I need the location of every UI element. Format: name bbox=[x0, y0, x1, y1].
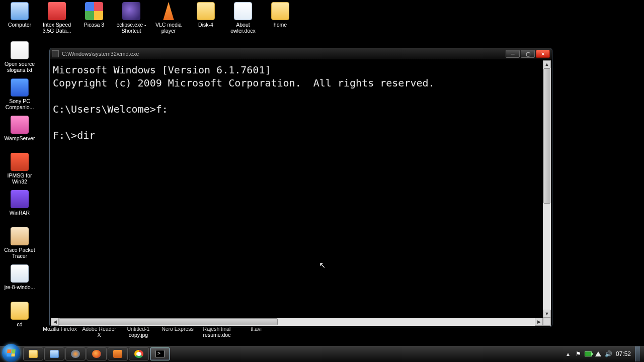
icon-untitled-jpg[interactable]: Untitled-1 copy.jpg bbox=[120, 325, 157, 349]
tray-battery-icon[interactable] bbox=[585, 350, 592, 357]
icon-tlavi[interactable]: tl.avi bbox=[237, 325, 275, 349]
taskbar-sublime[interactable] bbox=[108, 347, 128, 360]
cmd-window[interactable]: C:\Windows\system32\cmd.exe ─ ▢ ✕ Micros… bbox=[49, 48, 552, 327]
icon-sony-pc[interactable]: Sony PC Companio... bbox=[1, 77, 38, 115]
cmd-icon bbox=[155, 350, 165, 358]
icon-eclipse[interactable]: eclipse.exe - Shortcut bbox=[113, 1, 150, 38]
eclipse-icon bbox=[122, 2, 140, 20]
window-switcher-icon bbox=[50, 350, 59, 358]
icon-vlc[interactable]: VLC media player bbox=[150, 1, 187, 38]
sublime-icon bbox=[113, 350, 122, 358]
show-desktop-button[interactable] bbox=[635, 346, 640, 361]
tray-volume-icon[interactable]: 🔊 bbox=[605, 350, 612, 357]
hscroll-thumb[interactable] bbox=[59, 318, 278, 325]
ipmsg-icon bbox=[11, 153, 29, 171]
scroll-thumb[interactable] bbox=[543, 68, 550, 204]
wamp-icon bbox=[11, 116, 29, 134]
start-button[interactable] bbox=[2, 344, 20, 362]
scroll-up-arrow[interactable]: ▲ bbox=[543, 60, 551, 68]
winrar-icon bbox=[11, 190, 29, 208]
desktop-top-row: Computer Intex Speed 3.5G Data... Picasa… bbox=[1, 1, 299, 38]
close-button[interactable]: ✕ bbox=[536, 50, 550, 58]
tray-clock[interactable]: 07:52 bbox=[615, 350, 632, 357]
cmd-vertical-scrollbar[interactable]: ▲ ▼ bbox=[543, 60, 551, 318]
picasa-icon bbox=[85, 2, 103, 20]
taskbar-explorer[interactable] bbox=[23, 347, 43, 360]
icon-computer[interactable]: Computer bbox=[1, 1, 38, 38]
tray-show-hidden-icon[interactable]: ▴ bbox=[565, 350, 572, 357]
icon-packet-tracer[interactable]: Cisco Packet Tracer bbox=[1, 226, 38, 263]
cmd-title: C:\Windows\system32\cmd.exe bbox=[62, 51, 506, 57]
hscroll-track[interactable] bbox=[59, 318, 535, 326]
maximize-button[interactable]: ▢ bbox=[521, 50, 535, 58]
icon-wamp[interactable]: WampServer bbox=[1, 115, 38, 152]
icon-firefox-desktop[interactable]: Mozilla Firefox bbox=[41, 325, 78, 349]
text-file-icon bbox=[11, 41, 29, 59]
scroll-corner bbox=[543, 318, 551, 326]
app-icon bbox=[11, 78, 29, 97]
minimize-button[interactable]: ─ bbox=[506, 50, 520, 58]
java-icon bbox=[11, 264, 29, 283]
modem-icon bbox=[48, 2, 66, 20]
explorer-icon bbox=[29, 350, 38, 358]
packet-tracer-icon bbox=[11, 227, 29, 245]
cmd-body: Microsoft Windows [Version 6.1.7601] Cop… bbox=[51, 60, 551, 326]
vlc-icon bbox=[159, 2, 178, 20]
cmd-sys-icon[interactable] bbox=[52, 50, 59, 57]
taskbar-pinned bbox=[23, 347, 170, 360]
icon-disk4[interactable]: Disk-4 bbox=[187, 1, 224, 38]
icon-winrar[interactable]: WinRAR bbox=[1, 189, 38, 226]
firefox-icon bbox=[92, 350, 101, 358]
icon-ipmsg[interactable]: IPMSG for Win32 bbox=[1, 152, 38, 189]
icon-jre[interactable]: jre-8-windo... bbox=[1, 263, 38, 301]
icon-resume[interactable]: Rajesh final resume.doc bbox=[198, 325, 235, 349]
icon-picasa[interactable]: Picasa 3 bbox=[75, 1, 113, 38]
system-tray: ▴ ⚑ 🔊 07:52 bbox=[565, 346, 642, 361]
scroll-track[interactable] bbox=[543, 68, 551, 310]
icon-home[interactable]: home bbox=[262, 1, 299, 38]
icon-intex[interactable]: Intex Speed 3.5G Data... bbox=[38, 1, 75, 38]
cmd-horizontal-scrollbar[interactable]: ◀ ▶ bbox=[51, 318, 543, 326]
desktop-lower-labels: Mozilla Firefox Adobe Reader X Untitled-… bbox=[41, 325, 275, 349]
cmd-titlebar[interactable]: C:\Windows\system32\cmd.exe ─ ▢ ✕ bbox=[50, 48, 552, 59]
cmd-output[interactable]: Microsoft Windows [Version 6.1.7601] Cop… bbox=[53, 63, 542, 317]
taskbar-chrome[interactable] bbox=[129, 347, 149, 360]
chrome-icon bbox=[134, 350, 143, 358]
icon-about-owler[interactable]: About owler.docx bbox=[224, 1, 262, 38]
windows-logo-icon bbox=[7, 349, 15, 356]
tray-action-center-icon[interactable]: ⚑ bbox=[575, 350, 582, 357]
window-buttons: ─ ▢ ✕ bbox=[506, 50, 550, 58]
taskbar-actions[interactable] bbox=[44, 347, 64, 360]
taskbar-wmp[interactable] bbox=[65, 347, 86, 360]
taskbar: ▴ ⚑ 🔊 07:52 bbox=[0, 346, 644, 362]
scroll-left-arrow[interactable]: ◀ bbox=[51, 318, 59, 326]
tray-network-icon[interactable] bbox=[595, 350, 602, 357]
desktop-left-column: Open source slogans.txt Sony PC Companio… bbox=[1, 40, 38, 338]
doc-icon bbox=[234, 2, 252, 20]
scroll-right-arrow[interactable]: ▶ bbox=[535, 318, 543, 326]
media-player-icon bbox=[71, 350, 80, 358]
folder-icon bbox=[197, 2, 215, 20]
desktop: Computer Intex Speed 3.5G Data... Picasa… bbox=[0, 0, 644, 362]
scroll-down-arrow[interactable]: ▼ bbox=[543, 310, 551, 318]
icon-adobe-reader[interactable]: Adobe Reader X bbox=[80, 325, 118, 349]
taskbar-cmd[interactable] bbox=[150, 347, 170, 360]
icon-cd[interactable]: cd bbox=[1, 301, 38, 338]
taskbar-firefox[interactable] bbox=[87, 347, 107, 360]
icon-slogans[interactable]: Open source slogans.txt bbox=[1, 40, 38, 77]
icon-nero[interactable]: Nero Express bbox=[159, 325, 196, 349]
folder-icon bbox=[11, 302, 29, 320]
computer-icon bbox=[11, 2, 29, 20]
folder-icon bbox=[271, 2, 289, 20]
